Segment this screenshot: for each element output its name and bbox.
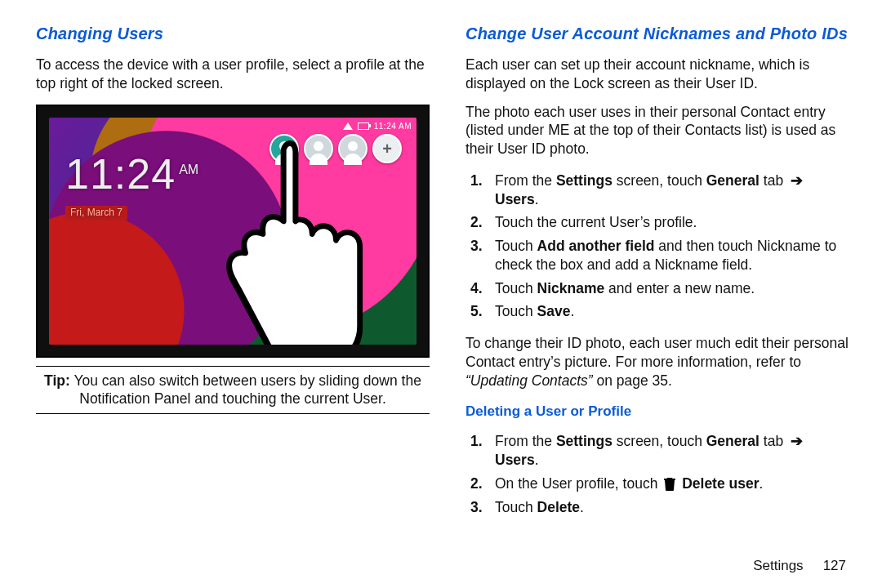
- arrow-icon: ➔: [791, 172, 803, 189]
- lockscreen-figure: 11:24 AM 11:24AM Fri, March 7 +: [36, 105, 430, 358]
- arrow-icon: ➔: [791, 433, 803, 449]
- user-avatars: +: [270, 134, 402, 163]
- clock-date: Fri, March 7: [65, 206, 127, 220]
- avatar-current-user: [270, 134, 299, 163]
- del-step-3: Touch Delete.: [495, 498, 849, 517]
- avatar-user-2: [304, 134, 333, 163]
- status-bar: 11:24 AM: [49, 121, 412, 131]
- clock-time: 11:24: [65, 150, 176, 198]
- lockscreen: 11:24 AM 11:24AM Fri, March 7 +: [49, 118, 416, 345]
- id-photo-note: To change their ID photo, each user much…: [466, 334, 849, 390]
- heading-change-nicknames: Change User Account Nicknames and Photo …: [466, 23, 849, 44]
- page-footer: Settings127: [753, 557, 846, 575]
- updating-contacts-xref: “Updating Contacts”: [466, 372, 593, 389]
- rule-below-tip: [36, 413, 430, 414]
- changing-users-intro: To access the device with a user profile…: [36, 56, 430, 93]
- step-2: Touch the current User’s profile.: [495, 213, 849, 232]
- heading-delete-user: Deleting a User or Profile: [466, 403, 849, 421]
- manual-page: Changing Users To access the device with…: [0, 0, 882, 588]
- nickname-intro-1: Each user can set up their account nickn…: [466, 56, 849, 93]
- tip-text: You can also switch between users by sli…: [70, 372, 421, 408]
- heading-changing-users: Changing Users: [36, 23, 430, 44]
- battery-icon: [358, 122, 369, 130]
- left-column: Changing Users To access the device with…: [36, 23, 430, 568]
- nickname-steps: From the Settings screen, touch General …: [466, 167, 849, 326]
- clock-ampm: AM: [179, 163, 198, 176]
- wifi-icon: [343, 122, 353, 130]
- del-step-2: On the User profile, touch Delete user.: [495, 474, 849, 493]
- avatar-add-user: +: [372, 134, 402, 163]
- nickname-intro-2: The photo each user uses in their person…: [466, 103, 849, 158]
- rule-above-tip: [36, 366, 430, 367]
- trash-icon: [663, 476, 676, 491]
- delete-steps: From the Settings screen, touch General …: [466, 427, 849, 521]
- clock-block: 11:24AM Fri, March 7: [65, 147, 198, 220]
- step-4: Touch Nickname and enter a new name.: [495, 279, 849, 298]
- step-3: Touch Add another field and then touch N…: [495, 237, 849, 274]
- status-time: 11:24 AM: [374, 121, 412, 131]
- step-5: Touch Save.: [495, 302, 849, 321]
- tip-label: Tip:: [44, 372, 70, 389]
- del-step-1: From the Settings screen, touch General …: [495, 432, 849, 470]
- footer-section: Settings: [753, 558, 803, 573]
- step-1: From the Settings screen, touch General …: [495, 172, 849, 209]
- tip-block: Tip: You can also switch between users b…: [39, 372, 426, 409]
- footer-page-number: 127: [823, 558, 846, 573]
- avatar-user-3: [338, 134, 368, 163]
- right-column: Change User Account Nicknames and Photo …: [466, 23, 849, 568]
